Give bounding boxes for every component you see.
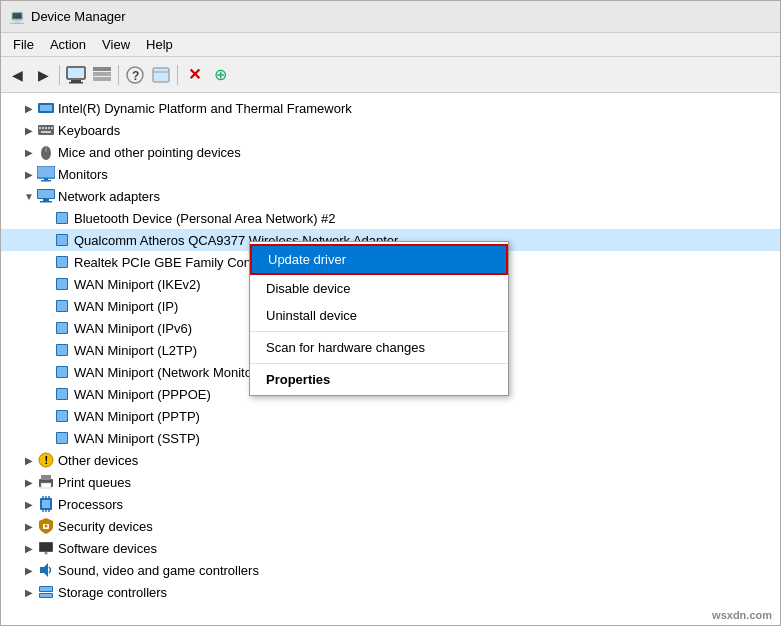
icon-network xyxy=(37,187,55,205)
toggle-mice[interactable]: ▶ xyxy=(21,144,37,160)
context-menu: Update driver Disable device Uninstall d… xyxy=(249,241,509,396)
toggle-storage[interactable]: ▶ xyxy=(21,584,37,600)
svg-rect-6 xyxy=(93,77,111,81)
search-button[interactable] xyxy=(149,63,173,87)
main-content: ▶ Intel(R) Dynamic Platform and Thermal … xyxy=(1,93,780,625)
toggle-network[interactable]: ▼ xyxy=(21,188,37,204)
toggle-sound[interactable]: ▶ xyxy=(21,562,37,578)
menu-action[interactable]: Action xyxy=(42,35,94,54)
forward-button[interactable]: ▶ xyxy=(31,63,55,87)
add-button[interactable]: ⊕ xyxy=(208,63,232,87)
svg-rect-31 xyxy=(57,213,67,223)
menu-file[interactable]: File xyxy=(5,35,42,54)
computer-button[interactable] xyxy=(64,63,88,87)
svg-rect-17 xyxy=(48,127,50,129)
label-mice: Mice and other pointing devices xyxy=(58,145,241,160)
label-wan-l2tp: WAN Miniport (L2TP) xyxy=(74,343,197,358)
svg-rect-4 xyxy=(93,67,111,71)
title-bar-text: Device Manager xyxy=(31,9,126,24)
svg-rect-58 xyxy=(42,500,50,508)
label-intel: Intel(R) Dynamic Platform and Thermal Fr… xyxy=(58,101,352,116)
svg-rect-49 xyxy=(57,411,67,421)
toggle-security[interactable]: ▶ xyxy=(21,518,37,534)
icon-security xyxy=(37,517,55,535)
icon-wan-sstp xyxy=(53,429,71,447)
toggle-other[interactable]: ▶ xyxy=(21,452,37,468)
tree-item-sound[interactable]: ▶ Sound, video and game controllers xyxy=(1,559,780,581)
toggle-processors[interactable]: ▶ xyxy=(21,496,37,512)
tree-item-monitors[interactable]: ▶ Monitors xyxy=(1,163,780,185)
svg-rect-1 xyxy=(71,80,81,82)
svg-marker-70 xyxy=(40,563,48,577)
tree-item-mice[interactable]: ▶ Mice and other pointing devices xyxy=(1,141,780,163)
tree-item-intel[interactable]: ▶ Intel(R) Dynamic Platform and Thermal … xyxy=(1,97,780,119)
toolbar-sep-2 xyxy=(118,65,119,85)
context-menu-uninstall[interactable]: Uninstall device xyxy=(250,302,508,329)
toggle-print[interactable]: ▶ xyxy=(21,474,37,490)
menu-view[interactable]: View xyxy=(94,35,138,54)
tree-item-security[interactable]: ▶ Security devices xyxy=(1,515,780,537)
icon-mice xyxy=(37,143,55,161)
title-bar: 💻 Device Manager xyxy=(1,1,780,33)
icon-wan-ipv6 xyxy=(53,319,71,337)
menu-bar: File Action View Help xyxy=(1,33,780,57)
tree-item-wan-pptp[interactable]: ▶ WAN Miniport (PPTP) xyxy=(1,405,780,427)
svg-rect-27 xyxy=(38,190,54,198)
icon-print xyxy=(37,473,55,491)
svg-rect-18 xyxy=(51,127,53,129)
tree-item-wan-sstp[interactable]: ▶ WAN Miniport (SSTP) xyxy=(1,427,780,449)
menu-help[interactable]: Help xyxy=(138,35,181,54)
icon-realtek xyxy=(53,253,71,271)
svg-rect-39 xyxy=(57,301,67,311)
list-button[interactable] xyxy=(90,63,114,87)
label-processors: Processors xyxy=(58,497,123,512)
label-keyboards: Keyboards xyxy=(58,123,120,138)
label-wan-ipv6: WAN Miniport (IPv6) xyxy=(74,321,192,336)
label-network: Network adapters xyxy=(58,189,160,204)
tree-item-keyboards[interactable]: ▶ Keyboards xyxy=(1,119,780,141)
tree-item-software[interactable]: ▶ Software devices xyxy=(1,537,780,559)
svg-rect-74 xyxy=(40,594,52,597)
toggle-keyboards[interactable]: ▶ xyxy=(21,122,37,138)
svg-rect-13 xyxy=(38,125,54,135)
icon-storage xyxy=(37,583,55,601)
icon-wan-nm xyxy=(53,363,71,381)
tree-item-network[interactable]: ▼ Network adapters xyxy=(1,185,780,207)
context-menu-disable[interactable]: Disable device xyxy=(250,275,508,302)
tree-item-bluetooth[interactable]: ▶ Bluetooth Device (Personal Area Networ… xyxy=(1,207,780,229)
label-wan-sstp: WAN Miniport (SSTP) xyxy=(74,431,200,446)
context-menu-scan[interactable]: Scan for hardware changes xyxy=(250,334,508,361)
tree-item-other[interactable]: ▶ ! Other devices xyxy=(1,449,780,471)
svg-rect-43 xyxy=(57,345,67,355)
tree-item-print[interactable]: ▶ Print queues xyxy=(1,471,780,493)
icon-software xyxy=(37,539,55,557)
toggle-software[interactable]: ▶ xyxy=(21,540,37,556)
back-button[interactable]: ◀ xyxy=(5,63,29,87)
icon-wan-l2tp xyxy=(53,341,71,359)
label-other: Other devices xyxy=(58,453,138,468)
icon-wan-pppoe xyxy=(53,385,71,403)
context-menu-update[interactable]: Update driver xyxy=(250,244,508,275)
delete-button[interactable]: ✕ xyxy=(182,63,206,87)
toggle-monitors[interactable]: ▶ xyxy=(21,166,37,182)
label-monitors: Monitors xyxy=(58,167,108,182)
icon-qualcomm xyxy=(53,231,71,249)
label-security: Security devices xyxy=(58,519,153,534)
icon-processors xyxy=(37,495,55,513)
context-menu-properties[interactable]: Properties xyxy=(250,366,508,393)
label-wan-pptp: WAN Miniport (PPTP) xyxy=(74,409,200,424)
svg-point-66 xyxy=(45,525,48,528)
help-button[interactable]: ? xyxy=(123,63,147,87)
toolbar: ◀ ▶ ? xyxy=(1,57,780,93)
svg-rect-56 xyxy=(41,483,51,488)
icon-other: ! xyxy=(37,451,55,469)
tree-item-processors[interactable]: ▶ Processors xyxy=(1,493,780,515)
svg-rect-51 xyxy=(57,433,67,443)
watermark: wsxdn.com xyxy=(712,609,772,621)
icon-wan-ikev2 xyxy=(53,275,71,293)
tree-item-storage[interactable]: ▶ Storage controllers xyxy=(1,581,780,603)
svg-rect-3 xyxy=(68,68,84,78)
svg-rect-16 xyxy=(45,127,47,129)
toggle-intel[interactable]: ▶ xyxy=(21,100,37,116)
svg-point-69 xyxy=(45,552,48,555)
